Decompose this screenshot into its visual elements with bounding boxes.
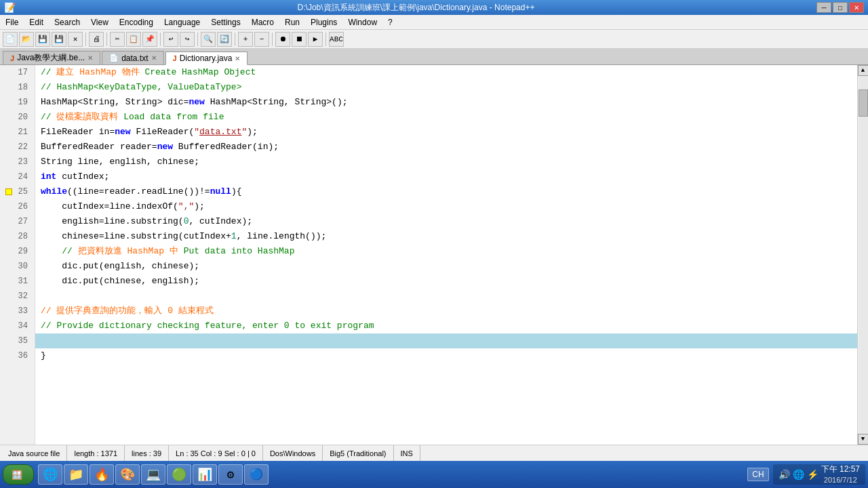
menu-plugins[interactable]: Plugins [305,15,342,29]
toolbar-paste[interactable]: 📌 [142,32,157,47]
status-filetype: Java source file [5,445,67,461]
status-lines: lines : 39 [125,445,169,461]
menu-search[interactable]: Search [49,15,85,29]
taskbar-app4[interactable]: 🔵 [244,464,269,485]
scroll-up-button[interactable]: ▲ [858,65,869,76]
menu-file[interactable]: File [0,15,24,29]
tray-icon3: ⚡ [807,469,818,480]
linenum-34: 34 [4,319,31,333]
toolbar-replace[interactable]: 🔄 [217,32,232,47]
toolbar-sep1 [85,33,86,46]
editor-container: 17 18 19 20 21 22 23 24 25 26 27 28 29 3… [0,65,868,445]
system-tray: 🔊 🌐 ⚡ 下午 12:57 2016/7/12 [773,464,865,485]
toolbar-open[interactable]: 📂 [19,32,34,47]
code-line-19: HashMap<String, String> dic=new HashMap<… [35,95,857,110]
tab-close-outline[interactable]: ✕ [87,54,93,62]
tab-bar: J Java教學大綱.be... ✕ 📄 data.txt ✕ J Dictio… [0,49,868,65]
menu-help[interactable]: ? [382,15,398,29]
windows-icon: 🪟 [12,470,22,480]
linenum-36: 36 [4,348,31,363]
tray-icon2: 🌐 [793,469,804,480]
taskbar-app3[interactable]: ⚙️ [218,464,243,485]
tab-icon: J [10,54,14,62]
close-button[interactable]: ✕ [849,2,864,13]
tab-label: Java教學大綱.be... [17,52,85,64]
taskbar-chrome[interactable]: 🟢 [167,464,191,485]
toolbar-copy[interactable]: 📋 [126,32,141,47]
code-editor[interactable]: // 建立 HashMap 物件 Create HashMap Object /… [35,65,857,445]
code-line-30: dic.put(english, chinese); [35,259,857,274]
toolbar-redo[interactable]: ↪ [180,32,195,47]
taskbar-app2[interactable]: 📊 [193,464,217,485]
clock-date: 2016/7/12 [821,475,860,485]
tab-java-outline[interactable]: J Java教學大綱.be... ✕ [3,51,100,64]
vertical-scrollbar[interactable]: ▲ ▼ [857,65,868,445]
start-button[interactable]: 🪟 [3,464,34,485]
linenum-22: 22 [4,140,31,155]
linenum-24: 24 [4,169,31,184]
toolbar-macro-stop[interactable]: ⏹ [292,32,307,47]
tab-close-data[interactable]: ✕ [151,54,157,62]
status-length: length : 1371 [67,445,125,461]
toolbar-sep4 [197,33,198,46]
tab-dictionary-java[interactable]: J Dictionary.java ✕ [165,52,248,65]
toolbar-undo[interactable]: ↩ [163,32,178,47]
code-line-34: // Provide dictionary checking feature, … [35,319,857,333]
toolbar-zoomin[interactable]: + [238,32,253,47]
linenum-21: 21 [4,125,31,140]
code-line-24: int cutIndex; [35,169,857,184]
tab-data-txt[interactable]: 📄 data.txt ✕ [102,51,163,64]
code-line-18: // HashMap<KeyDataType, ValueDataType> [35,80,857,95]
language-indicator[interactable]: CH [747,468,768,481]
tab-close-dictionary[interactable]: ✕ [235,55,240,62]
taskbar-explorer[interactable]: 📁 [64,464,88,485]
code-line-22: BufferedReader reader=new BufferedReader… [35,140,857,155]
titlebar-controls: ─ □ ✕ [816,2,864,13]
menu-macro[interactable]: Macro [246,15,279,29]
bookmark-icon [5,188,12,195]
toolbar-macro-rec[interactable]: ⏺ [275,32,290,47]
code-line-28: chinese=line.substring(cutIndex+1, line.… [35,229,857,244]
toolbar-sep6 [272,33,273,46]
taskbar-cmd[interactable]: 💻 [141,464,165,485]
code-line-20: // 從檔案讀取資料 Load data from file [35,110,857,125]
minimize-button[interactable]: ─ [816,2,831,13]
code-line-26: cutIndex=line.indexOf(","); [35,199,857,214]
toolbar-sep5 [235,33,235,46]
menu-language[interactable]: Language [159,15,205,29]
taskbar-ie[interactable]: 🌐 [38,464,62,485]
toolbar-cut[interactable]: ✂ [110,32,125,47]
toolbar-print[interactable]: 🖨 [89,32,104,47]
toolbar-zoomout[interactable]: − [254,32,269,47]
linenum-31: 31 [4,274,31,289]
code-line-27: english=line.substring(0, cutIndex); [35,214,857,229]
toolbar-syntax[interactable]: ABC [329,32,344,47]
taskbar-right: CH 🔊 🌐 ⚡ 下午 12:57 2016/7/12 [747,464,865,485]
toolbar-close[interactable]: ✕ [68,32,83,47]
scroll-down-button[interactable]: ▼ [858,434,869,445]
toolbar-saveall[interactable]: 💾 [52,32,66,47]
menu-encoding[interactable]: Encoding [114,15,159,29]
menu-window[interactable]: Window [342,15,382,29]
scroll-track[interactable] [859,76,868,434]
tab-label: data.txt [121,54,148,63]
linenum-30: 30 [4,259,31,274]
scroll-thumb[interactable] [859,89,868,117]
menu-settings[interactable]: Settings [205,15,245,29]
toolbar-find[interactable]: 🔍 [201,32,216,47]
system-clock[interactable]: 下午 12:57 2016/7/12 [821,464,860,485]
linenum-27: 27 [4,214,31,229]
code-line-36: } [35,348,857,363]
menu-run[interactable]: Run [279,15,305,29]
toolbar-save[interactable]: 💾 [35,32,50,47]
taskbar-photoshop[interactable]: 🎨 [115,464,140,485]
linenum-29: 29 [4,244,31,259]
menu-view[interactable]: View [85,15,114,29]
toolbar-new[interactable]: 📄 [3,32,18,47]
toolbar-macro-play[interactable]: ▶ [308,32,323,47]
status-encoding: Big5 (Traditional) [323,445,393,461]
maximize-button[interactable]: □ [833,2,848,13]
menu-edit[interactable]: Edit [24,15,49,29]
taskbar-firefox[interactable]: 🔥 [90,464,114,485]
line-numbers: 17 18 19 20 21 22 23 24 25 26 27 28 29 3… [0,65,35,445]
